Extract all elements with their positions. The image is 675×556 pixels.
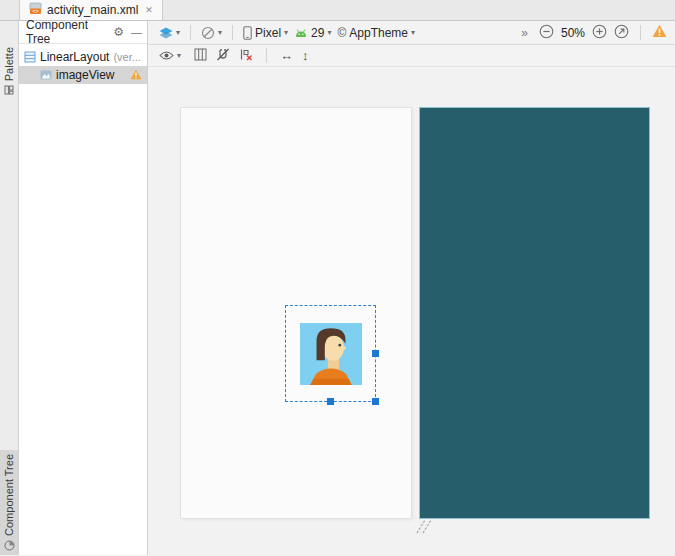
- eye-icon: [159, 50, 174, 61]
- clear-constraints-icon: [239, 48, 253, 61]
- chevron-down-icon: ▾: [176, 28, 180, 37]
- zoom-to-fit-button[interactable]: [614, 24, 629, 42]
- chevron-down-icon: ▾: [284, 28, 288, 37]
- switch-orientation-button[interactable]: [194, 48, 207, 64]
- tab-label: activity_main.xml: [47, 3, 138, 17]
- xml-layout-file-icon: <>: [29, 2, 42, 18]
- tree-row-linearlayout[interactable]: LinearLayout (ver...: [19, 48, 147, 66]
- device-phone-icon: [243, 26, 252, 40]
- warning-icon: [130, 69, 142, 83]
- component-tree-header: Component Tree ⚙ —: [19, 21, 147, 44]
- gear-icon[interactable]: ⚙: [113, 25, 124, 39]
- tool-button-component-tree[interactable]: Component Tree: [0, 450, 18, 555]
- device-selector[interactable]: Pixel ▾: [243, 26, 288, 40]
- close-icon[interactable]: ✕: [145, 5, 153, 15]
- tree-row-imageview[interactable]: imageView: [19, 66, 147, 84]
- component-tree: LinearLayout (ver... imageView: [19, 44, 147, 84]
- theme-icon: ©: [337, 26, 346, 40]
- columns-icon: [194, 48, 207, 61]
- design-surface-selector[interactable]: ▾: [159, 27, 180, 39]
- design-toolbar: ▾ ▾ Pixel ▾: [148, 21, 675, 45]
- panel-title: Component Tree: [26, 18, 113, 46]
- design-editor: ▾ ▾ Pixel ▾: [148, 21, 675, 555]
- magnet-off-icon: [216, 48, 230, 61]
- theme-selector[interactable]: © AppTheme ▾: [337, 26, 415, 40]
- expand-vertical-icon[interactable]: ↕: [302, 48, 309, 63]
- zoom-controls: » 50%: [521, 24, 667, 42]
- toolbar-separator: [190, 25, 191, 40]
- imageview-selection[interactable]: [285, 305, 376, 402]
- orientation-selector[interactable]: ▾: [201, 26, 222, 40]
- clear-constraints-button[interactable]: [239, 48, 253, 64]
- tree-item-suffix: (ver...: [113, 51, 141, 63]
- blueprint-view-screen[interactable]: ImageView: [419, 107, 650, 519]
- warning-icon[interactable]: [652, 24, 667, 41]
- linear-layout-icon: [24, 51, 36, 63]
- svg-text:<>: <>: [32, 8, 39, 14]
- overflow-chevron-icon[interactable]: »: [521, 26, 528, 40]
- zoom-out-button[interactable]: [539, 24, 554, 42]
- toolbar-separator: [640, 25, 641, 40]
- resize-handle-corner[interactable]: [372, 398, 379, 405]
- device-label: Pixel: [255, 26, 281, 40]
- chevron-down-icon: ▾: [327, 28, 331, 37]
- palette-icon: [4, 85, 14, 95]
- component-tree-icon: [4, 540, 15, 551]
- expand-horizontal-icon[interactable]: ↔: [280, 48, 293, 63]
- tree-item-label: LinearLayout: [40, 50, 109, 64]
- chevron-down-icon: ▾: [218, 28, 222, 37]
- api-label: 29: [311, 26, 324, 40]
- autoconnect-off-button[interactable]: [216, 48, 230, 64]
- zoom-level: 50%: [561, 26, 585, 40]
- toolbar-separator: [266, 48, 267, 63]
- canvas-resize-grip[interactable]: [416, 519, 432, 534]
- chevron-down-icon: ▾: [411, 28, 415, 37]
- zoom-in-button[interactable]: [592, 24, 607, 42]
- component-tree-panel: Component Tree ⚙ — LinearLayout (ver...: [19, 21, 148, 555]
- avatar-image[interactable]: [300, 323, 362, 385]
- view-options-selector[interactable]: ▾: [159, 50, 181, 61]
- theme-label: AppTheme: [349, 26, 408, 40]
- tool-button-palette[interactable]: Palette: [0, 43, 18, 99]
- layout-toolbar: ▾: [148, 45, 675, 67]
- toolbar-separator: [232, 25, 233, 40]
- image-view-icon: [40, 70, 52, 80]
- layout-editor-window: <> activity_main.xml ✕ Palette Component…: [0, 0, 675, 556]
- api-version-selector[interactable]: 29 ▾: [294, 26, 331, 40]
- design-canvas[interactable]: ImageView: [148, 67, 675, 555]
- resize-handle-bottom[interactable]: [327, 398, 334, 405]
- tree-item-label: imageView: [56, 68, 114, 82]
- component-tree-label: Component Tree: [3, 454, 15, 536]
- layers-icon: [159, 27, 173, 39]
- palette-label: Palette: [3, 47, 15, 81]
- orientation-icon: [201, 26, 215, 40]
- chevron-down-icon: ▾: [177, 51, 181, 60]
- tool-window-stripe: Palette Component Tree: [0, 21, 19, 555]
- android-icon: [294, 28, 308, 38]
- design-view-screen[interactable]: [180, 107, 412, 519]
- resize-handle-right[interactable]: [372, 350, 379, 357]
- minimize-icon[interactable]: —: [131, 26, 142, 38]
- tab-activity-main-xml[interactable]: <> activity_main.xml ✕: [19, 0, 163, 20]
